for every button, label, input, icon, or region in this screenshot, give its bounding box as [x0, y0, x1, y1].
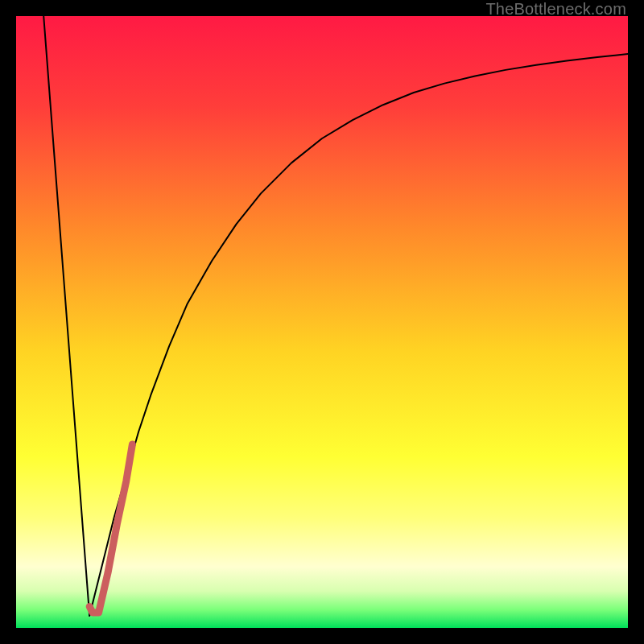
- chart-frame: TheBottleneck.com: [0, 0, 644, 644]
- plot-area: [16, 16, 628, 628]
- series-left-descent: [43, 16, 89, 616]
- series-right-curve: [89, 54, 628, 616]
- curve-layer: [16, 16, 628, 628]
